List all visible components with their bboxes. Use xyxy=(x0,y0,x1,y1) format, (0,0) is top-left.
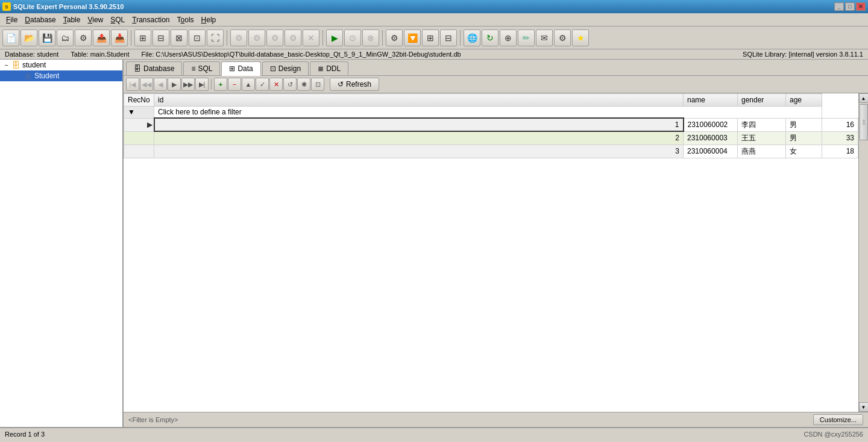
tab-database[interactable]: 🗄 Database xyxy=(126,61,182,75)
toolbar-btn-29[interactable]: ✉ xyxy=(536,30,553,46)
left-panel-tree: − 🗄 student ▦ Student xyxy=(0,60,124,427)
toolbar-btn-6[interactable]: 📤 xyxy=(93,30,110,46)
nav-first-button[interactable]: |◀ xyxy=(126,78,139,91)
database-icon: 🗄 xyxy=(11,61,20,69)
edit-insert-button[interactable]: + xyxy=(214,78,227,91)
close-button[interactable]: ✕ xyxy=(856,2,866,11)
cell-gender-1[interactable]: 男 xyxy=(786,118,822,131)
cell-id-1[interactable]: 2310060002 xyxy=(684,118,738,131)
data-grid-container[interactable]: RecNo id name gender age ▼ Click xyxy=(124,93,858,412)
cell-id-3[interactable]: 2310060004 xyxy=(684,145,738,158)
maximize-button[interactable]: □ xyxy=(845,2,855,11)
minimize-button[interactable]: _ xyxy=(834,2,844,11)
toolbar-btn-27[interactable]: ⊕ xyxy=(500,30,517,46)
menu-database[interactable]: Database xyxy=(21,14,59,25)
tab-sql[interactable]: ≡ SQL xyxy=(183,61,220,75)
menu-transaction[interactable]: Transaction xyxy=(128,14,173,25)
cell-age-3[interactable]: 18 xyxy=(822,145,858,158)
toolbar-btn-11[interactable]: ⊡ xyxy=(189,30,206,46)
toolbar-btn-13[interactable]: ⚙ xyxy=(230,30,247,46)
toolbar-btn-16[interactable]: ⚙ xyxy=(285,30,301,46)
scroll-up-arrow[interactable]: ▲ xyxy=(859,93,869,103)
scroll-thumb[interactable] xyxy=(860,104,868,140)
toolbar-btn-19[interactable]: ⊙ xyxy=(344,30,361,46)
toolbar-btn-7[interactable]: 📥 xyxy=(111,30,128,46)
table-row[interactable]: 2 2310060003 王五 男 33 xyxy=(124,131,858,145)
menu-file[interactable]: File xyxy=(2,14,21,25)
nav-next-page-button[interactable]: ▶▶ xyxy=(181,78,195,91)
filter-icon-cell: ▼ xyxy=(124,107,154,119)
nav-prior-button[interactable]: ◀ xyxy=(154,78,167,91)
toolbar-btn-26[interactable]: ↻ xyxy=(482,30,498,46)
toolbar-btn-21[interactable]: ⚙ xyxy=(386,30,403,46)
toolbar-btn-31[interactable]: ★ xyxy=(572,30,589,46)
toolbar-btn-3[interactable]: 💾 xyxy=(39,30,55,46)
filter-placeholder[interactable]: Click here to define a filter xyxy=(154,107,822,119)
toolbar-btn-17[interactable]: ✕ xyxy=(303,30,319,46)
tab-ddl-icon: ≣ xyxy=(318,64,324,73)
cell-gender-3[interactable]: 女 xyxy=(786,145,822,158)
cell-name-2[interactable]: 王五 xyxy=(738,131,786,145)
tree-item-student-db[interactable]: − 🗄 student xyxy=(0,60,122,70)
nav-next-button[interactable]: ▶ xyxy=(168,78,181,91)
cell-id-2[interactable]: 2310060003 xyxy=(684,131,738,145)
cell-name-1[interactable]: 李四 xyxy=(738,118,786,131)
toolbar-btn-22[interactable]: 🔽 xyxy=(404,30,421,46)
toolbar-btn-25[interactable]: 🌐 xyxy=(464,30,480,46)
edit-cancel-button[interactable]: ✕ xyxy=(269,78,283,91)
refresh-button[interactable]: ↺ Refresh xyxy=(330,78,379,91)
cell-name-3[interactable]: 燕燕 xyxy=(738,145,786,158)
toolbar-btn-2[interactable]: 📂 xyxy=(20,30,37,46)
table-icon: ▦ xyxy=(23,72,33,80)
edit-up-button[interactable]: ▲ xyxy=(242,78,255,91)
edit-refresh-icon-button[interactable]: ↺ xyxy=(283,78,297,91)
toolbar-btn-23[interactable]: ⊞ xyxy=(422,30,439,46)
toolbar-btn-24[interactable]: ⊟ xyxy=(440,30,457,46)
menu-help[interactable]: Help xyxy=(198,14,220,25)
col-header-age: age xyxy=(786,94,822,107)
toolbar-btn-14[interactable]: ⚙ xyxy=(248,30,265,46)
menu-table[interactable]: Table xyxy=(60,14,84,25)
menu-tools[interactable]: Tools xyxy=(174,14,198,25)
cell-recno-2: 2 xyxy=(154,131,684,145)
nav-last-button[interactable]: ▶| xyxy=(195,78,209,91)
toolbar-btn-4[interactable]: 🗂 xyxy=(57,30,74,46)
tab-data[interactable]: ⊞ Data xyxy=(221,61,260,76)
grid-scrollbar[interactable]: ▲ ▼ xyxy=(858,93,868,412)
cell-age-2[interactable]: 33 xyxy=(822,131,858,145)
toolbar-btn-9[interactable]: ⊟ xyxy=(153,30,169,46)
edit-all-button[interactable]: ✱ xyxy=(297,78,310,91)
nav-prior-page-button[interactable]: ◀◀ xyxy=(140,78,153,91)
toolbar-btn-1[interactable]: 📄 xyxy=(2,30,19,46)
refresh-label: Refresh xyxy=(346,80,371,89)
toolbar-btn-8[interactable]: ⊞ xyxy=(134,30,151,46)
row-indicator-1: ▶ xyxy=(124,118,154,131)
cell-gender-2[interactable]: 男 xyxy=(786,131,822,145)
toolbar-btn-28[interactable]: ✏ xyxy=(518,30,535,46)
tab-ddl[interactable]: ≣ DDL xyxy=(310,61,348,75)
tab-design[interactable]: ⊡ Design xyxy=(262,61,309,75)
table-row[interactable]: 3 2310060004 燕燕 女 18 xyxy=(124,145,858,158)
edit-delete-button[interactable]: − xyxy=(228,78,241,91)
cell-age-1[interactable]: 16 xyxy=(822,118,858,131)
scroll-down-arrow[interactable]: ▼ xyxy=(859,402,869,412)
cell-recno-indicator-2 xyxy=(124,131,154,145)
edit-post-button[interactable]: ✓ xyxy=(256,78,269,91)
menu-view[interactable]: View xyxy=(84,14,107,25)
customize-button[interactable]: Customize... xyxy=(813,414,863,425)
toolbar-btn-18[interactable]: ▶ xyxy=(326,30,343,46)
menu-sql[interactable]: SQL xyxy=(107,14,128,25)
table-row[interactable]: ▶ 1 2310060002 李四 男 16 xyxy=(124,118,858,131)
tree-item-student-table[interactable]: ▦ Student xyxy=(0,70,122,81)
toolbar-btn-10[interactable]: ⊠ xyxy=(171,30,187,46)
data-toolbar-sep-1 xyxy=(211,79,212,90)
toolbar-btn-12[interactable]: ⛶ xyxy=(207,30,224,46)
toolbar-btn-5[interactable]: ⚙ xyxy=(75,30,92,46)
main-area: − 🗄 student ▦ Student 🗄 Database ≡ SQL ⊞… xyxy=(0,60,868,427)
edit-filter-button[interactable]: ⊡ xyxy=(311,78,324,91)
toolbar-btn-15[interactable]: ⚙ xyxy=(266,30,283,46)
scroll-track[interactable] xyxy=(860,103,868,402)
toolbar-btn-20[interactable]: ⊗ xyxy=(362,30,379,46)
toolbar-btn-30[interactable]: ⚙ xyxy=(554,30,571,46)
filter-row[interactable]: ▼ Click here to define a filter xyxy=(124,107,858,119)
